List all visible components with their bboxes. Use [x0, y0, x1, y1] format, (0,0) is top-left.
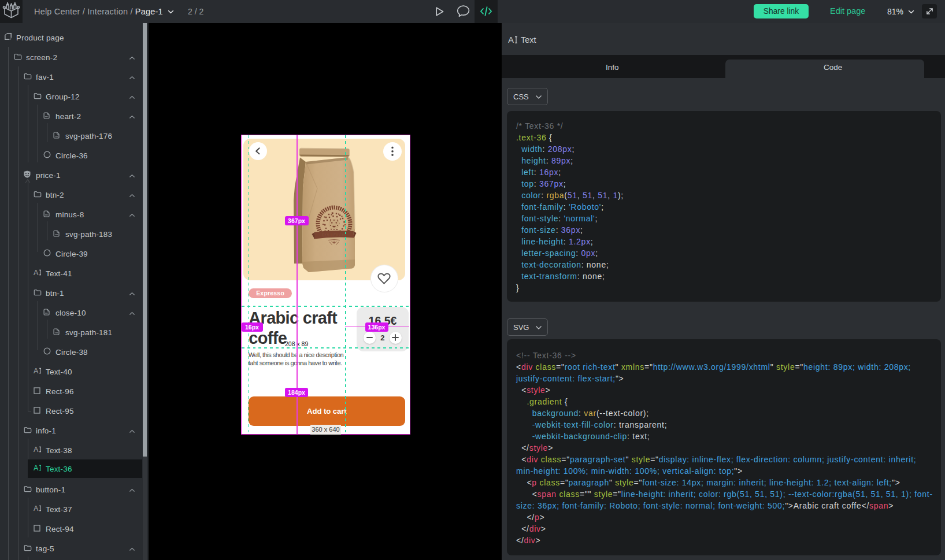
- svg-text:A: A: [34, 505, 39, 512]
- svg-text:A: A: [508, 35, 514, 44]
- svg-text:A: A: [34, 269, 39, 276]
- svg-text:HABI NAHU: HABI NAHU: [322, 233, 346, 237]
- svg-text:A: A: [34, 367, 39, 374]
- svg-text:A: A: [34, 446, 39, 453]
- svg-text:A: A: [34, 464, 39, 472]
